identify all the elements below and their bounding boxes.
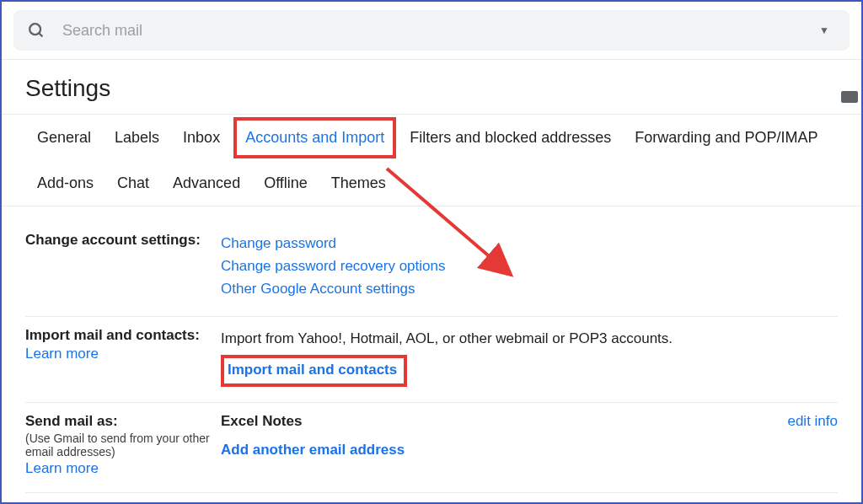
other-account-settings-link[interactable]: Other Google Account settings [221, 277, 838, 300]
send-mail-account-name: Excel Notes [221, 413, 302, 429]
tab-labels[interactable]: Labels [103, 115, 171, 160]
import-mail-action-link[interactable]: Import mail and contacts [228, 362, 397, 378]
edit-info-link[interactable]: edit info [787, 413, 838, 430]
tab-accounts-and-import[interactable]: Accounts and Import [233, 117, 396, 158]
tab-chat[interactable]: Chat [105, 161, 161, 206]
send-mail-learn-more-link[interactable]: Learn more [25, 460, 214, 477]
svg-line-1 [39, 33, 42, 36]
tab-themes[interactable]: Themes [319, 161, 398, 206]
search-options-dropdown[interactable]: ▼ [812, 21, 836, 40]
search-bar[interactable]: ▼ [13, 10, 850, 51]
change-password-link[interactable]: Change password [221, 232, 838, 255]
input-tools-icon[interactable] [841, 91, 858, 103]
change-account-label: Change account settings: [25, 232, 201, 248]
settings-tabs: General Labels Inbox Accounts and Import… [2, 114, 861, 206]
highlight-import-action: Import mail and contacts [221, 355, 407, 387]
send-mail-as-sub: (Use Gmail to send from your other email… [25, 432, 214, 458]
section-import-mail: Import mail and contacts: Learn more Imp… [25, 317, 838, 403]
import-description: Import from Yahoo!, Hotmail, AOL, or oth… [221, 330, 673, 346]
tab-advanced[interactable]: Advanced [161, 161, 252, 206]
section-send-mail-as: Send mail as: (Use Gmail to send from yo… [25, 403, 838, 493]
change-recovery-link[interactable]: Change password recovery options [221, 255, 838, 277]
search-input[interactable] [62, 22, 812, 40]
tab-forwarding[interactable]: Forwarding and POP/IMAP [623, 115, 829, 160]
tab-general[interactable]: General [25, 115, 103, 160]
import-learn-more-link[interactable]: Learn more [25, 346, 214, 362]
tab-inbox[interactable]: Inbox [171, 115, 232, 160]
send-mail-as-label: Send mail as: [25, 413, 118, 429]
section-change-account: Change account settings: Change password… [25, 222, 838, 317]
add-another-email-link[interactable]: Add another email address [221, 442, 405, 458]
page-title: Settings [2, 60, 861, 114]
svg-point-0 [29, 24, 40, 35]
tab-filters[interactable]: Filters and blocked addresses [398, 115, 623, 160]
search-icon [27, 21, 46, 40]
tab-addons[interactable]: Add-ons [25, 161, 105, 206]
tab-offline[interactable]: Offline [252, 161, 319, 206]
import-mail-label: Import mail and contacts: [25, 327, 200, 343]
